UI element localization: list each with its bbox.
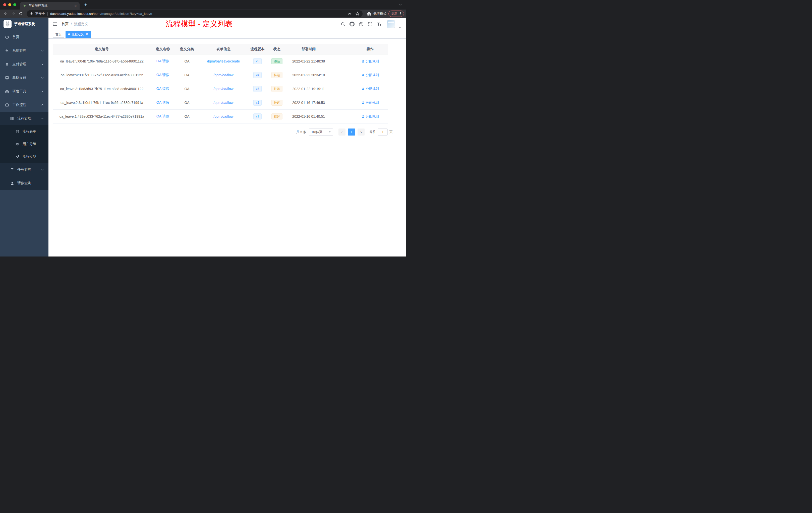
sidebar-item-leave-query[interactable]: 请假查询 bbox=[0, 176, 49, 190]
version-tag: v5 bbox=[253, 58, 262, 64]
chevron-down-icon bbox=[41, 49, 44, 52]
address-bar[interactable]: 不安全 dashboard.yudao.iocoder.cn/bpm/manag… bbox=[27, 10, 362, 17]
app: 芋道管理系统 首页 系统管理 bbox=[0, 18, 406, 256]
definition-name-link[interactable]: OA 请假 bbox=[156, 59, 169, 63]
url-domain: dashboard.yudao.iocoder.cn bbox=[50, 12, 93, 16]
definition-name-link[interactable]: OA 请假 bbox=[156, 100, 169, 104]
tab-close-icon[interactable] bbox=[74, 4, 78, 8]
sidebar-item-payment-mgmt[interactable]: 支付管理 bbox=[0, 58, 49, 71]
update-button[interactable]: 更新 bbox=[388, 10, 404, 17]
reload-button[interactable] bbox=[17, 10, 25, 17]
back-button[interactable] bbox=[2, 10, 9, 17]
definition-name-link[interactable]: OA 请假 bbox=[156, 73, 169, 77]
col-header-category: 定义分类 bbox=[175, 44, 199, 54]
assign-rule-link[interactable]: 分配规则 bbox=[361, 100, 379, 105]
sidebar-fold-button[interactable] bbox=[53, 22, 58, 26]
gear-icon bbox=[5, 49, 9, 53]
assign-rule-link[interactable]: 分配规则 bbox=[361, 87, 379, 91]
sidebar-logo-row[interactable]: 芋道管理系统 bbox=[0, 18, 49, 30]
person-icon bbox=[361, 101, 365, 104]
tag-home[interactable]: 首页 bbox=[53, 31, 64, 38]
avatar-caret-icon[interactable] bbox=[399, 27, 401, 28]
password-key-icon[interactable] bbox=[348, 11, 352, 16]
person-icon bbox=[10, 181, 14, 185]
window-close-button[interactable] bbox=[3, 3, 6, 6]
browser-tab[interactable]: 芋道管理系统 bbox=[20, 2, 80, 9]
sidebar-item-workflow[interactable]: 工作流程 bbox=[0, 98, 49, 112]
sidebar-item-system-mgmt[interactable]: 系统管理 bbox=[0, 44, 49, 58]
sidebar-item-task-mgmt[interactable]: 任务管理 bbox=[0, 163, 49, 176]
window-minimize-button[interactable] bbox=[8, 3, 11, 6]
tag-label: 首页 bbox=[56, 32, 61, 37]
browser-chrome: 芋道管理系统 不安全 bbox=[0, 0, 406, 18]
breadcrumb-current: 流程定义 bbox=[74, 22, 88, 26]
forward-button[interactable] bbox=[9, 10, 17, 17]
breadcrumb-home[interactable]: 首页 bbox=[61, 22, 68, 26]
version-tag: v3 bbox=[253, 86, 262, 92]
help-icon[interactable] bbox=[358, 21, 364, 27]
chevron-up-icon bbox=[41, 103, 44, 107]
search-icon[interactable] bbox=[340, 21, 346, 27]
sidebar-item-process-form[interactable]: 流程表单 bbox=[0, 125, 49, 138]
tag-process-definition[interactable]: 流程定义 bbox=[65, 31, 91, 38]
toolbox-icon bbox=[5, 89, 9, 93]
form-link[interactable]: /bpm/oa/flow bbox=[213, 87, 233, 91]
sidebar-item-devtools[interactable]: 研发工具 bbox=[0, 85, 49, 98]
definition-name-link[interactable]: OA 请假 bbox=[156, 87, 169, 91]
tab-title: 芋道管理系统 bbox=[29, 4, 71, 8]
tab-search-caret-icon[interactable] bbox=[399, 3, 402, 6]
form-link[interactable]: /bpm/oa/flow bbox=[213, 115, 233, 118]
security-chip[interactable]: 不安全 bbox=[30, 11, 45, 16]
breadcrumb: 首页 流程定义 bbox=[61, 22, 88, 26]
table-row: oa_leave:5:004b710b-7b8a-11ec-8ef0-acde4… bbox=[53, 54, 388, 68]
sidebar-item-label: 基础设施 bbox=[12, 76, 26, 80]
main: 首页 流程定义 流程模型 - 定义列表 bbox=[49, 18, 406, 256]
chevron-down-icon bbox=[329, 131, 331, 132]
sidebar-item-process-model[interactable]: 流程模型 bbox=[0, 150, 49, 163]
browser-tabstrip: 芋道管理系统 bbox=[0, 0, 406, 9]
cell-definition-id: oa_leave:1:482ec033-762a-11ec-8477-a2380… bbox=[53, 110, 151, 123]
sidebar-item-home[interactable]: 首页 bbox=[0, 30, 49, 44]
sidebar-item-infrastructure[interactable]: 基础设施 bbox=[0, 71, 49, 85]
browser-menu-icon[interactable] bbox=[400, 13, 401, 14]
col-header-action: 操作 bbox=[352, 44, 388, 54]
goto-page-input[interactable] bbox=[378, 128, 388, 135]
page-title: 流程模型 - 定义列表 bbox=[166, 19, 233, 29]
window-zoom-button[interactable] bbox=[13, 3, 16, 6]
sidebar: 芋道管理系统 首页 系统管理 bbox=[0, 18, 49, 256]
sidebar-item-user-group[interactable]: 用户分组 bbox=[0, 138, 49, 150]
tag-close-icon[interactable] bbox=[85, 33, 89, 36]
page-size-select[interactable]: 10条/页 bbox=[309, 128, 333, 135]
assign-rule-link[interactable]: 分配规则 bbox=[361, 73, 379, 77]
table-row: oa_leave:2:3c1f0ef1-76b1-11ec-9c66-a2380… bbox=[53, 96, 388, 110]
logo-avatar bbox=[3, 20, 11, 28]
table-filler-cell bbox=[330, 96, 352, 110]
sidebar-item-label: 用户分组 bbox=[23, 142, 36, 146]
flag-icon bbox=[10, 168, 14, 172]
form-link[interactable]: /bpm/oa/flow bbox=[213, 101, 233, 105]
table-filler-cell bbox=[330, 54, 352, 68]
font-size-icon[interactable] bbox=[376, 21, 382, 27]
paper-plane-icon bbox=[15, 155, 19, 159]
tag-label: 流程定义 bbox=[71, 32, 84, 37]
sidebar-item-label: 任务管理 bbox=[17, 168, 31, 172]
prev-page-button[interactable] bbox=[339, 128, 346, 135]
bookmark-star-icon[interactable] bbox=[355, 11, 359, 16]
content: 定义编号 定义名称 定义分类 表单信息 流程版本 状态 部署时间 操作 bbox=[49, 39, 406, 256]
user-avatar[interactable] bbox=[387, 20, 395, 28]
form-link[interactable]: /bpm/oa/leave/create bbox=[207, 59, 240, 63]
new-tab-button[interactable] bbox=[82, 2, 89, 7]
definition-name-link[interactable]: OA 请假 bbox=[156, 114, 169, 118]
form-link[interactable]: /bpm/oa/flow bbox=[213, 73, 233, 77]
sidebar-app-title: 芋道管理系统 bbox=[14, 22, 35, 26]
page-number-button[interactable]: 1 bbox=[348, 128, 355, 135]
github-icon[interactable] bbox=[349, 21, 355, 27]
sidebar-item-process-mgmt[interactable]: 流程管理 bbox=[0, 112, 49, 125]
sidebar-item-label: 支付管理 bbox=[12, 62, 26, 66]
chevron-down-icon bbox=[41, 90, 44, 93]
next-page-button[interactable] bbox=[357, 128, 365, 135]
fullscreen-icon[interactable] bbox=[367, 21, 373, 27]
assign-rule-link[interactable]: 分配规则 bbox=[361, 59, 379, 63]
url-text: dashboard.yudao.iocoder.cn/bpm/manager/d… bbox=[50, 12, 152, 16]
assign-rule-link[interactable]: 分配规则 bbox=[361, 114, 379, 119]
